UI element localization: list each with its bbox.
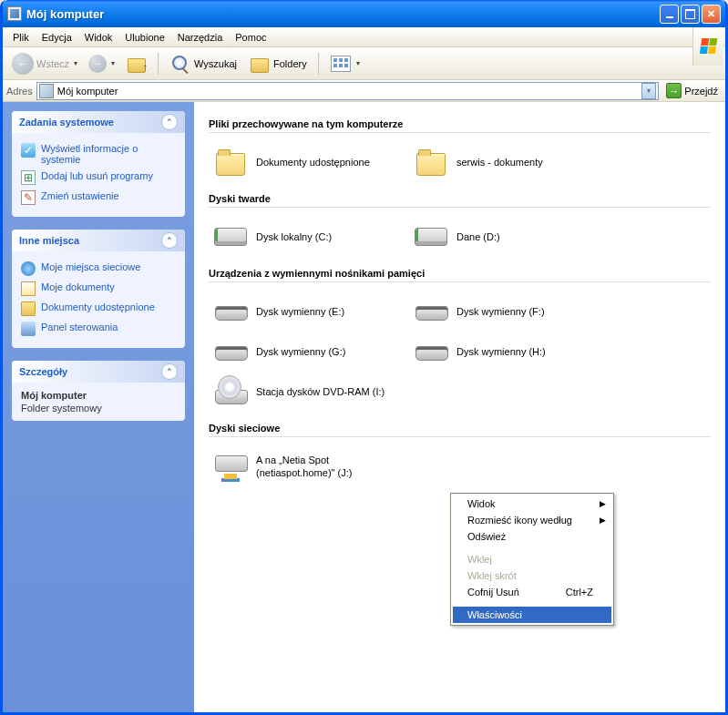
address-field[interactable]: Mój komputer ▾ [36,82,660,100]
address-label: Adres [6,86,33,97]
cm-paste-shortcut: Wklej skrót [453,567,611,584]
hard-drive-icon [413,220,449,253]
back-button[interactable]: ← Wstecz ▾ [8,51,81,77]
go-button[interactable]: → Przejdź [662,82,722,99]
drive-g[interactable]: Dysk wymienny (G:) [209,332,409,372]
drive-e[interactable]: Dysk wymienny (E:) [209,291,409,332]
cm-arrange[interactable]: Rozmieść ikony według ▶ [453,512,611,528]
details-name: Mój komputer [21,390,176,401]
network-drive-icon [212,450,249,483]
collapse-icon[interactable]: ⌃ [161,114,178,130]
menu-file[interactable]: Plik [6,30,36,45]
submenu-arrow-icon: ▶ [600,516,606,525]
removable-drive-icon [413,295,449,328]
folder-up-icon [127,55,147,73]
section-stored-header: Pliki przechowywane na tym komputerze [209,118,711,133]
cm-undo[interactable]: Cofnij Usuń Ctrl+Z [453,584,611,600]
submenu-arrow-icon: ▶ [600,499,606,508]
drive-d[interactable]: Dane (D:) [409,217,610,257]
removable-drive-icon [413,335,449,368]
task-add-remove[interactable]: ⊞ Dodaj lub usuń programy [21,168,176,188]
up-button[interactable] [122,52,151,76]
place-control-panel[interactable]: Panel sterowania [21,319,176,339]
menu-view[interactable]: Widok [78,30,119,45]
forward-button[interactable]: → ▾ [85,53,118,75]
cm-properties[interactable]: Właściwości [453,607,611,623]
close-button[interactable] [702,5,721,24]
folder-user-docs[interactable]: serwis - dokumenty [409,142,610,182]
separator [454,603,610,604]
window-title: Mój komputer [26,7,660,21]
documents-icon [21,281,36,296]
maximize-button[interactable] [681,5,700,24]
folder-icon [250,55,270,73]
menu-tools[interactable]: Narzędzia [171,30,230,45]
drive-dvd[interactable]: Stacja dysków DVD-RAM (I:) [209,372,409,412]
folder-shared-docs[interactable]: Dokumenty udostępnione [209,142,409,182]
addressbar: Adres Mój komputer ▾ → Przejdź [3,80,725,102]
context-menu: Widok ▶ Rozmieść ikony według ▶ Odśwież … [450,493,614,626]
place-shared-docs[interactable]: Dokumenty udostępnione [21,299,176,319]
dvd-drive-icon [212,375,249,408]
forward-icon: → [88,55,107,73]
back-icon: ← [12,53,34,75]
collapse-icon[interactable]: ⌃ [161,232,178,249]
control-panel-icon [21,322,36,336]
hard-drive-icon [212,220,249,253]
toolbar: ← Wstecz ▾ → ▾ Wyszukaj Foldery ▾ [3,47,725,80]
chevron-down-icon: ▾ [74,59,77,67]
section-network-header: Dyski sieciowe [209,423,711,437]
info-icon: ✓ [21,143,36,158]
details-header[interactable]: Szczegóły ⌃ [12,361,185,383]
menubar: Plik Edycja Widok Ulubione Narzędzia Pom… [3,27,725,47]
section-removable-header: Urządzenia z wymiennymi nośnikami pamięc… [209,268,711,282]
chevron-down-icon: ▾ [356,59,360,67]
content-area: Zadania systemowe ⌃ ✓ Wyświetl informacj… [3,102,725,712]
section-hdd-header: Dyski twarde [209,193,711,208]
settings-icon: ✎ [21,190,36,205]
network-icon [21,261,36,276]
collapse-icon[interactable]: ⌃ [161,363,178,380]
my-computer-icon [7,6,22,21]
minimize-button[interactable] [660,5,679,24]
removable-drive-icon [212,295,249,328]
address-value: Mój komputer [57,86,118,97]
titlebar[interactable]: Mój komputer [3,0,725,27]
menu-edit[interactable]: Edycja [36,30,78,45]
my-computer-icon [39,84,54,98]
sidebar: Zadania systemowe ⌃ ✓ Wyświetl informacj… [3,102,194,712]
removable-drive-icon [212,335,249,368]
chevron-down-icon: ▾ [111,59,115,67]
views-icon [331,56,351,72]
system-tasks-header[interactable]: Zadania systemowe ⌃ [12,111,185,133]
views-button[interactable]: ▾ [326,53,364,75]
place-documents[interactable]: Moje dokumenty [21,279,176,299]
address-dropdown[interactable]: ▾ [641,83,656,99]
folder-icon [413,146,449,179]
cm-view[interactable]: Widok ▶ [453,495,611,512]
separator [454,547,610,548]
drive-network-j[interactable]: A na „Netia Spot (netiaspot.home)" (J:) [209,446,409,486]
system-tasks-panel: Zadania systemowe ⌃ ✓ Wyświetl informacj… [12,111,185,217]
details-type: Folder systemowy [21,403,176,414]
add-remove-icon: ⊞ [21,170,36,185]
shortcut-label: Ctrl+Z [566,587,593,598]
drive-c[interactable]: Dysk lokalny (C:) [209,217,409,257]
task-change-setting[interactable]: ✎ Zmień ustawienie [21,188,176,208]
other-places-header[interactable]: Inne miejsca ⌃ [12,230,185,251]
search-icon [170,54,190,74]
drive-f[interactable]: Dysk wymienny (F:) [409,291,610,332]
cm-paste: Wklej [453,551,611,567]
search-button[interactable]: Wyszukaj [166,51,241,77]
place-network[interactable]: Moje miejsca sieciowe [21,259,176,279]
folder-icon [21,301,36,316]
other-places-panel: Inne miejsca ⌃ Moje miejsca sieciowe Moj… [12,230,185,348]
menu-help[interactable]: Pomoc [229,30,272,45]
task-system-info[interactable]: ✓ Wyświetl informacje o systemie [21,140,176,168]
menu-favorites[interactable]: Ulubione [118,30,170,45]
folder-icon [212,146,249,179]
folders-button[interactable]: Foldery [245,52,312,76]
cm-refresh[interactable]: Odśwież [453,528,611,545]
drive-h[interactable]: Dysk wymienny (H:) [409,332,610,372]
explorer-window: Mój komputer Plik Edycja Widok Ulubione … [0,0,728,715]
